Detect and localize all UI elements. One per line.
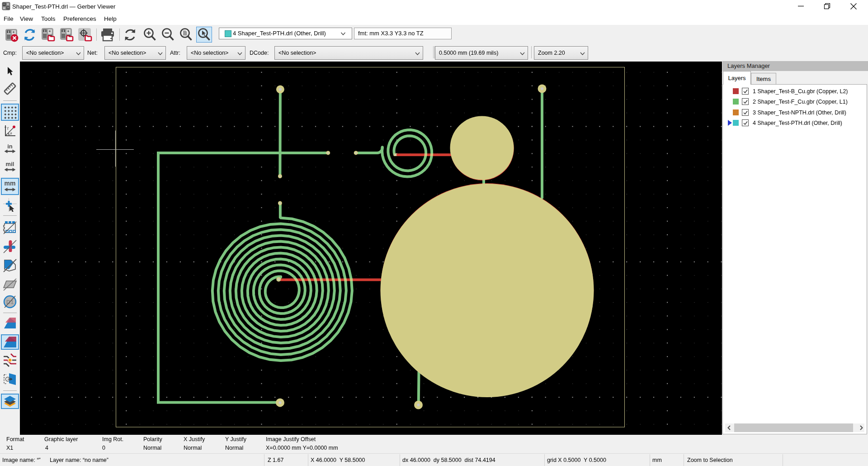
svg-text:mm: mm bbox=[5, 180, 16, 187]
svg-text:in: in bbox=[7, 143, 13, 150]
svg-text:r: r bbox=[7, 126, 9, 131]
svg-text:mil: mil bbox=[6, 161, 14, 167]
svg-text:θ: θ bbox=[10, 131, 12, 136]
